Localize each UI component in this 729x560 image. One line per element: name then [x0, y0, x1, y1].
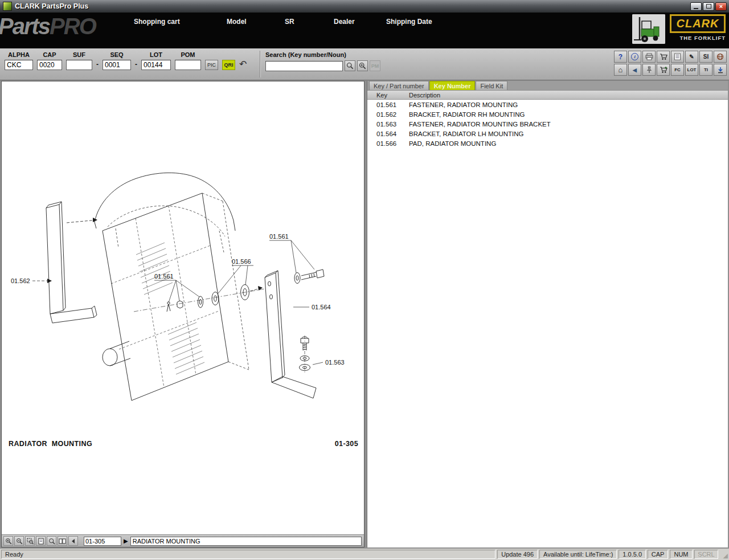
status-cap: CAP: [648, 550, 668, 559]
clark-tagline: THE FORKLIFT: [670, 35, 726, 41]
undo-button[interactable]: ↶: [239, 59, 247, 70]
main-toolbar: ? i ✎ SI ⌂ ◀ FC LOT TI: [614, 51, 727, 76]
callout-leaders: [32, 240, 323, 365]
cart-plus-icon: [660, 66, 667, 73]
cap-field[interactable]: [37, 60, 62, 70]
page-name-input[interactable]: [130, 537, 362, 546]
mounting-hardware[interactable]: [134, 289, 265, 312]
lot-field[interactable]: [141, 60, 171, 70]
pic-button[interactable]: PIC: [205, 60, 218, 70]
fit-page-button[interactable]: [36, 536, 46, 546]
part-bottom-bolt[interactable]: [300, 336, 310, 373]
window-title: CLARK PartsPro Plus: [15, 2, 88, 10]
pom-label: POM: [181, 51, 195, 58]
resize-grip[interactable]: ◢: [720, 550, 728, 559]
suf-label: SUF: [73, 51, 85, 58]
two-page-icon: [59, 538, 66, 545]
app-header: PartsPRO Shopping cart Model SR Dealer S…: [0, 13, 729, 48]
help-button[interactable]: ?: [614, 51, 627, 63]
home-button[interactable]: ⌂: [614, 64, 627, 76]
menu-shipping-date[interactable]: Shipping Date: [386, 18, 432, 26]
table-row[interactable]: 01.564 BRACKET, RADIATOR LH MOUNTING: [367, 129, 728, 138]
menu-model[interactable]: Model: [227, 18, 247, 26]
tab-field-kit[interactable]: Field Kit: [476, 81, 507, 90]
callout-bottom-bolt[interactable]: 01.563: [325, 359, 345, 366]
part-top-bolt[interactable]: [294, 269, 324, 284]
seq-field[interactable]: [103, 60, 131, 70]
diagram-canvas[interactable]: 01.562 01.561 01.566 01.561 01.564 01.56…: [2, 81, 364, 534]
menu-shopping-cart[interactable]: Shopping cart: [134, 18, 180, 26]
radiator-body[interactable]: [103, 193, 249, 400]
language-button[interactable]: [714, 51, 727, 63]
forklift-image: [632, 14, 665, 44]
cart-icon: [660, 53, 667, 60]
go-to-page-button[interactable]: ▶: [122, 538, 129, 544]
diagram-page-number: 01-305: [335, 440, 358, 448]
table-row[interactable]: 01.562 BRACKET, RADIATOR RH MOUNTING: [367, 109, 728, 119]
back-button[interactable]: ◀: [628, 64, 641, 76]
cart-add-button[interactable]: [657, 64, 670, 76]
seq-label: SEQ: [110, 51, 123, 58]
page-navigation-bar: ▶: [2, 534, 364, 547]
pm-button[interactable]: PM: [370, 60, 380, 71]
pan-button[interactable]: [47, 536, 56, 546]
zoom-out-icon: [16, 538, 23, 545]
callout-top-bolt[interactable]: 01.561: [269, 233, 289, 240]
callout-left-bracket[interactable]: 01.562: [11, 277, 30, 284]
menu-sr[interactable]: SR: [285, 18, 294, 26]
ti-button[interactable]: TI: [699, 64, 712, 76]
alpha-field[interactable]: [5, 60, 33, 70]
info-icon: i: [631, 53, 638, 60]
page-number-input[interactable]: [84, 537, 121, 546]
search-label: Search (Key number/Noun): [265, 51, 380, 58]
search-button[interactable]: [345, 60, 355, 71]
zoom-out-button[interactable]: [14, 536, 24, 546]
home-icon: ⌂: [619, 66, 623, 74]
callout-right-bracket[interactable]: 01.564: [312, 304, 331, 310]
close-button[interactable]: ×: [715, 2, 727, 11]
callout-grommet[interactable]: 01.566: [232, 258, 251, 265]
field-separator: -: [96, 60, 99, 70]
two-page-button[interactable]: [58, 536, 67, 546]
minimize-button[interactable]: [690, 2, 702, 11]
maximize-button[interactable]: [703, 2, 714, 11]
magnifier-plus-icon: [359, 62, 366, 70]
search-input[interactable]: [265, 61, 343, 71]
zoom-search-button[interactable]: [357, 60, 368, 71]
edit-button[interactable]: ✎: [685, 51, 698, 63]
prev-arrow-icon: [71, 538, 76, 544]
prev-page-button[interactable]: [68, 536, 78, 546]
si-units-button[interactable]: SI: [699, 51, 712, 63]
table-header: Key Description: [367, 91, 728, 100]
zoom-in-button[interactable]: [3, 536, 13, 546]
column-header-key[interactable]: Key: [367, 92, 406, 99]
clark-logo: CLARK THE FORKLIFT: [670, 14, 726, 41]
diagram-title: RADIATOR MOUNTING: [9, 440, 92, 448]
info-button[interactable]: i: [628, 51, 641, 63]
radiator-cowl[interactable]: [95, 173, 235, 252]
table-row[interactable]: 01.566 PAD, RADIATOR MOUNTING: [367, 138, 728, 148]
callout-hardware[interactable]: 01.561: [154, 273, 174, 280]
qri-button[interactable]: QRI: [222, 60, 235, 70]
lot-label: LOT: [150, 51, 162, 58]
zoom-window-button[interactable]: [25, 536, 35, 546]
download-button[interactable]: [714, 64, 727, 76]
table-row[interactable]: 01.561 FASTENER, RADIATOR MOUNTING: [367, 100, 728, 109]
pin-button[interactable]: [642, 64, 656, 76]
column-header-description[interactable]: Description: [406, 92, 728, 99]
shopping-cart-button[interactable]: [657, 51, 670, 63]
parts-list-button[interactable]: [671, 51, 684, 63]
tab-strip: Key / Part number Key Number Field Kit: [367, 81, 728, 91]
print-button[interactable]: [642, 51, 656, 63]
tab-key-part-number[interactable]: Key / Part number: [369, 81, 429, 90]
suf-field[interactable]: [66, 60, 92, 70]
fc-button[interactable]: FC: [671, 64, 684, 76]
menu-dealer[interactable]: Dealer: [334, 18, 355, 26]
lot-toggle-button[interactable]: LOT: [685, 64, 698, 76]
magnifier-icon: [346, 62, 354, 70]
tab-key-number[interactable]: Key Number: [429, 81, 476, 90]
download-icon: [717, 67, 724, 73]
part-left-bracket[interactable]: [46, 202, 97, 323]
table-row[interactable]: 01.563 FASTENER, RADIATOR MOUNTING BRACK…: [367, 119, 728, 129]
pom-field[interactable]: [175, 60, 201, 70]
